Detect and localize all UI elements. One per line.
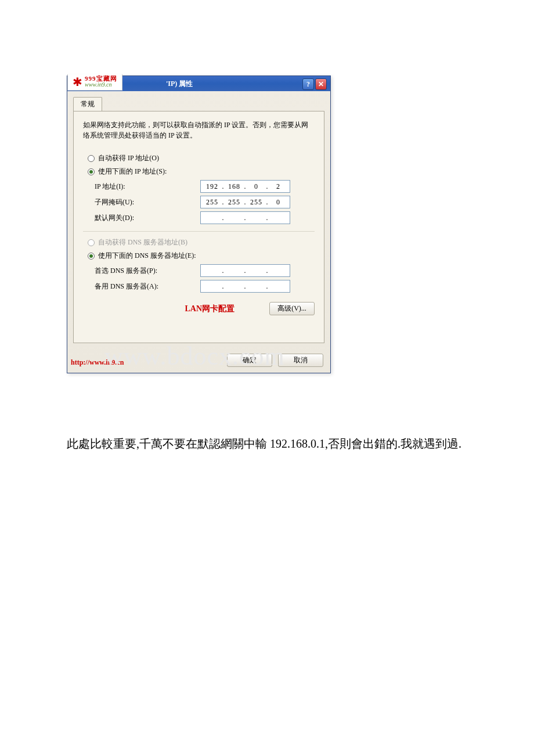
radio-auto-ip-label[interactable]: 自动获得 IP 地址(O) (98, 153, 159, 163)
ip-address-label: IP 地址(I): (95, 182, 200, 192)
alt-dns-input[interactable]: . . . (200, 280, 290, 293)
cancel-button[interactable]: 取消 (278, 354, 323, 367)
ip-oct2[interactable]: 168 (226, 182, 243, 191)
help-button[interactable]: ? (302, 78, 314, 90)
radio-auto-dns-label: 自动获得 DNS 服务器地址(B) (98, 237, 187, 247)
primary-dns-label: 首选 DNS 服务器(P): (95, 266, 200, 276)
subnet-mask-input[interactable]: 255. 255. 255. 0 (200, 196, 290, 208)
subnet-mask-label: 子网掩码(U): (95, 197, 200, 207)
radio-auto-dns (88, 239, 95, 246)
window-title: 'IP) 属性 (166, 79, 193, 89)
close-button[interactable]: ✕ (315, 78, 327, 90)
tab-general[interactable]: 常规 (73, 97, 102, 111)
radio-auto-ip[interactable] (88, 155, 95, 162)
ip-properties-dialog: ✱ 999宝藏网 www.in9.cn 'IP) 属性 ? ✕ 常规 如果网络支… (67, 75, 331, 373)
ip-address-input[interactable]: 192. 168. 0. 2 (200, 180, 290, 193)
mask-oct4[interactable]: 0 (270, 198, 287, 207)
watermark-bottom: www.in9.cn (85, 82, 117, 88)
note-text: 此處比較重要,千萬不要在默認網關中輸 192.168.0.1,否則會出錯的.我就… (67, 434, 470, 453)
watermark-logo: ✱ 999宝藏网 www.in9.cn (67, 74, 122, 91)
mask-oct3[interactable]: 255 (248, 198, 265, 207)
mask-oct2[interactable]: 255 (226, 198, 243, 207)
description-text: 如果网络支持此功能，则可以获取自动指派的 IP 设置。否则，您需要从网络系统管理… (83, 120, 315, 141)
footer-link: http://www.in9.cn (71, 358, 124, 367)
ip-oct4[interactable]: 2 (270, 182, 287, 191)
tab-panel: 如果网络支持此功能，则可以获取自动指派的 IP 设置。否则，您需要从网络系统管理… (73, 111, 324, 343)
radio-manual-ip[interactable] (88, 168, 95, 175)
ip-oct3[interactable]: 0 (248, 182, 265, 191)
alt-dns-label: 备用 DNS 服务器(A): (95, 282, 200, 291)
radio-manual-dns-label[interactable]: 使用下面的 DNS 服务器地址(E): (98, 251, 196, 261)
ok-button[interactable]: 确定 (227, 354, 272, 367)
radio-manual-dns[interactable] (88, 253, 95, 260)
ip-oct1[interactable]: 192 (204, 182, 221, 191)
gateway-input[interactable]: . . . (200, 211, 290, 224)
titlebar: ✱ 999宝藏网 www.in9.cn 'IP) 属性 ? ✕ (67, 76, 330, 91)
divider (83, 231, 315, 232)
caption-text: LAN网卡配置 (185, 304, 234, 314)
gateway-label: 默认网关(D): (95, 213, 200, 223)
advanced-button[interactable]: 高级(V)... (269, 302, 315, 315)
asterisk-icon: ✱ (73, 76, 82, 88)
mask-oct1[interactable]: 255 (204, 198, 221, 207)
radio-manual-ip-label[interactable]: 使用下面的 IP 地址(S): (98, 167, 167, 177)
primary-dns-input[interactable]: . . . (200, 264, 290, 277)
